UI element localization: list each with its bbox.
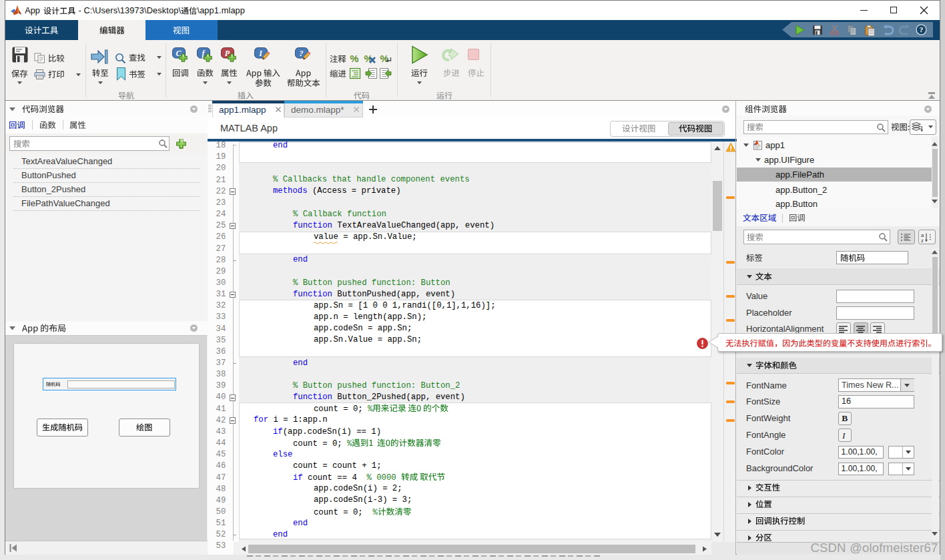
svg-text:%: % xyxy=(380,53,389,64)
svg-text:%: % xyxy=(350,53,359,64)
svg-text:z: z xyxy=(921,238,924,244)
svg-text:?: ? xyxy=(920,25,924,33)
